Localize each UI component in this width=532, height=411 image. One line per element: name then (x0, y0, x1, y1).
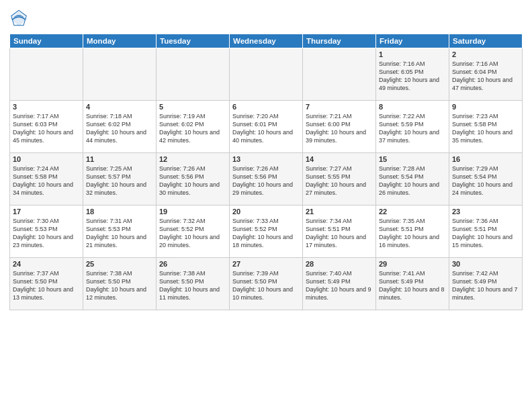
col-header-monday: Monday (83, 34, 157, 48)
day-cell: 22Sunrise: 7:35 AM Sunset: 5:51 PM Dayli… (376, 205, 449, 258)
day-number: 28 (306, 260, 373, 268)
day-number: 2 (452, 50, 519, 58)
day-cell: 1Sunrise: 7:16 AM Sunset: 6:05 PM Daylig… (376, 48, 449, 101)
logo (9, 9, 30, 28)
day-cell: 26Sunrise: 7:38 AM Sunset: 5:50 PM Dayli… (157, 258, 230, 310)
day-cell: 18Sunrise: 7:31 AM Sunset: 5:53 PM Dayli… (83, 205, 157, 258)
day-info: Sunrise: 7:37 AM Sunset: 5:50 PM Dayligh… (13, 269, 80, 302)
day-number: 30 (452, 260, 519, 268)
day-cell: 30Sunrise: 7:42 AM Sunset: 5:49 PM Dayli… (449, 258, 523, 310)
day-info: Sunrise: 7:29 AM Sunset: 5:54 PM Dayligh… (452, 165, 519, 197)
day-cell: 28Sunrise: 7:40 AM Sunset: 5:49 PM Dayli… (303, 258, 376, 310)
day-info: Sunrise: 7:39 AM Sunset: 5:50 PM Dayligh… (232, 269, 300, 302)
day-cell (230, 48, 303, 101)
day-number: 25 (86, 260, 153, 268)
day-info: Sunrise: 7:17 AM Sunset: 6:03 PM Dayligh… (13, 112, 80, 145)
day-info: Sunrise: 7:34 AM Sunset: 5:51 PM Dayligh… (306, 217, 373, 250)
day-cell: 9Sunrise: 7:23 AM Sunset: 5:58 PM Daylig… (449, 101, 523, 153)
day-number: 8 (379, 103, 446, 111)
day-number: 24 (13, 260, 80, 268)
header-row: SundayMondayTuesdayWednesdayThursdayFrid… (10, 34, 523, 48)
day-info: Sunrise: 7:25 AM Sunset: 5:57 PM Dayligh… (86, 165, 153, 197)
day-number: 11 (86, 155, 153, 163)
day-info: Sunrise: 7:20 AM Sunset: 6:01 PM Dayligh… (232, 112, 300, 145)
day-info: Sunrise: 7:19 AM Sunset: 6:02 PM Dayligh… (159, 112, 226, 145)
day-number: 16 (452, 155, 519, 163)
day-cell: 24Sunrise: 7:37 AM Sunset: 5:50 PM Dayli… (10, 258, 83, 310)
col-header-saturday: Saturday (449, 34, 523, 48)
day-info: Sunrise: 7:31 AM Sunset: 5:53 PM Dayligh… (86, 217, 153, 250)
week-row-5: 24Sunrise: 7:37 AM Sunset: 5:50 PM Dayli… (10, 258, 523, 310)
day-number: 1 (379, 50, 446, 58)
day-number: 29 (379, 260, 446, 268)
day-number: 6 (232, 103, 300, 111)
day-info: Sunrise: 7:32 AM Sunset: 5:52 PM Dayligh… (159, 217, 226, 250)
day-cell (303, 48, 376, 101)
day-number: 5 (159, 103, 226, 111)
day-info: Sunrise: 7:24 AM Sunset: 5:58 PM Dayligh… (13, 165, 80, 197)
day-number: 15 (379, 155, 446, 163)
day-cell: 2Sunrise: 7:16 AM Sunset: 6:04 PM Daylig… (449, 48, 523, 101)
day-cell: 20Sunrise: 7:33 AM Sunset: 5:52 PM Dayli… (230, 205, 303, 258)
page-container: SundayMondayTuesdayWednesdayThursdayFrid… (0, 0, 532, 314)
day-number: 7 (306, 103, 373, 111)
day-cell: 14Sunrise: 7:27 AM Sunset: 5:55 PM Dayli… (303, 153, 376, 205)
day-number: 27 (232, 260, 300, 268)
day-number: 26 (159, 260, 226, 268)
day-cell: 23Sunrise: 7:36 AM Sunset: 5:51 PM Dayli… (449, 205, 523, 258)
day-info: Sunrise: 7:27 AM Sunset: 5:55 PM Dayligh… (306, 165, 373, 197)
day-info: Sunrise: 7:41 AM Sunset: 5:49 PM Dayligh… (379, 269, 446, 302)
day-info: Sunrise: 7:21 AM Sunset: 6:00 PM Dayligh… (306, 112, 373, 145)
col-header-sunday: Sunday (10, 34, 83, 48)
day-info: Sunrise: 7:33 AM Sunset: 5:52 PM Dayligh… (232, 217, 300, 250)
day-cell: 10Sunrise: 7:24 AM Sunset: 5:58 PM Dayli… (10, 153, 83, 205)
day-number: 3 (13, 103, 80, 111)
day-info: Sunrise: 7:18 AM Sunset: 6:02 PM Dayligh… (86, 112, 153, 145)
col-header-thursday: Thursday (303, 34, 376, 48)
day-info: Sunrise: 7:35 AM Sunset: 5:51 PM Dayligh… (379, 217, 446, 250)
day-cell (83, 48, 157, 101)
day-cell: 16Sunrise: 7:29 AM Sunset: 5:54 PM Dayli… (449, 153, 523, 205)
day-number: 9 (452, 103, 519, 111)
day-cell: 17Sunrise: 7:30 AM Sunset: 5:53 PM Dayli… (10, 205, 83, 258)
day-cell: 13Sunrise: 7:26 AM Sunset: 5:56 PM Dayli… (230, 153, 303, 205)
header (9, 7, 523, 28)
day-info: Sunrise: 7:36 AM Sunset: 5:51 PM Dayligh… (452, 217, 519, 250)
day-cell: 19Sunrise: 7:32 AM Sunset: 5:52 PM Dayli… (157, 205, 230, 258)
week-row-2: 3Sunrise: 7:17 AM Sunset: 6:03 PM Daylig… (10, 101, 523, 153)
col-header-tuesday: Tuesday (157, 34, 230, 48)
day-info: Sunrise: 7:38 AM Sunset: 5:50 PM Dayligh… (159, 269, 226, 302)
col-header-friday: Friday (376, 34, 449, 48)
day-number: 17 (13, 208, 80, 216)
day-number: 14 (306, 155, 373, 163)
day-cell: 3Sunrise: 7:17 AM Sunset: 6:03 PM Daylig… (10, 101, 83, 153)
day-cell: 11Sunrise: 7:25 AM Sunset: 5:57 PM Dayli… (83, 153, 157, 205)
day-number: 22 (379, 208, 446, 216)
calendar-table: SundayMondayTuesdayWednesdayThursdayFrid… (9, 34, 523, 310)
day-number: 12 (159, 155, 226, 163)
day-cell: 25Sunrise: 7:38 AM Sunset: 5:50 PM Dayli… (83, 258, 157, 310)
day-info: Sunrise: 7:26 AM Sunset: 5:56 PM Dayligh… (159, 165, 226, 197)
day-cell: 27Sunrise: 7:39 AM Sunset: 5:50 PM Dayli… (230, 258, 303, 310)
logo-icon (9, 9, 28, 28)
col-header-wednesday: Wednesday (230, 34, 303, 48)
day-info: Sunrise: 7:42 AM Sunset: 5:49 PM Dayligh… (452, 269, 519, 302)
day-cell: 21Sunrise: 7:34 AM Sunset: 5:51 PM Dayli… (303, 205, 376, 258)
day-cell (10, 48, 83, 101)
day-info: Sunrise: 7:23 AM Sunset: 5:58 PM Dayligh… (452, 112, 519, 145)
day-info: Sunrise: 7:30 AM Sunset: 5:53 PM Dayligh… (13, 217, 80, 250)
day-info: Sunrise: 7:38 AM Sunset: 5:50 PM Dayligh… (86, 269, 153, 302)
day-number: 10 (13, 155, 80, 163)
day-cell (157, 48, 230, 101)
day-cell: 4Sunrise: 7:18 AM Sunset: 6:02 PM Daylig… (83, 101, 157, 153)
day-info: Sunrise: 7:22 AM Sunset: 5:59 PM Dayligh… (379, 112, 446, 145)
day-number: 21 (306, 208, 373, 216)
day-number: 13 (232, 155, 300, 163)
day-cell: 15Sunrise: 7:28 AM Sunset: 5:54 PM Dayli… (376, 153, 449, 205)
day-number: 20 (232, 208, 300, 216)
day-info: Sunrise: 7:40 AM Sunset: 5:49 PM Dayligh… (306, 269, 373, 302)
day-number: 18 (86, 208, 153, 216)
day-number: 19 (159, 208, 226, 216)
day-info: Sunrise: 7:26 AM Sunset: 5:56 PM Dayligh… (232, 165, 300, 197)
day-info: Sunrise: 7:16 AM Sunset: 6:04 PM Dayligh… (452, 60, 519, 93)
